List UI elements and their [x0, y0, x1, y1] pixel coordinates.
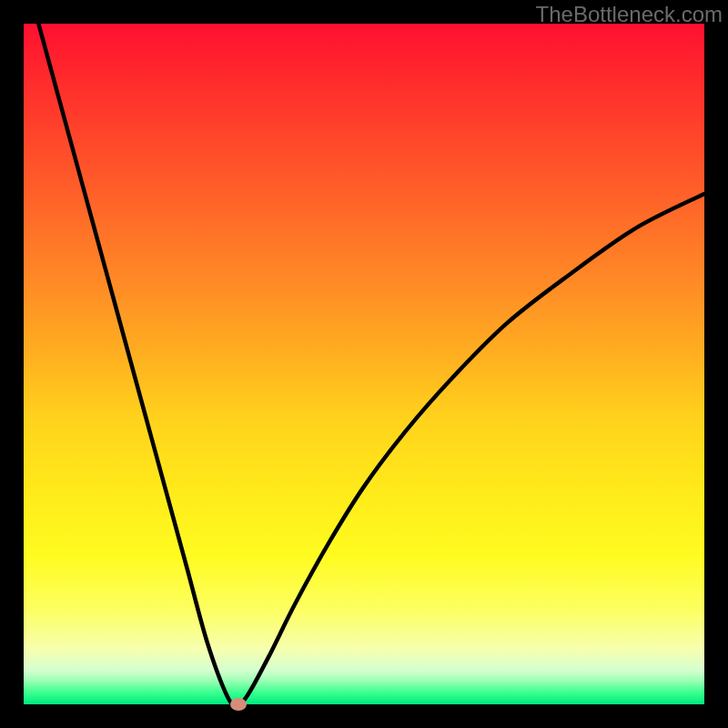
- chart-frame: TheBottleneck.com: [0, 0, 728, 728]
- watermark-text: TheBottleneck.com: [536, 2, 723, 27]
- bottleneck-curve: [24, 24, 704, 704]
- plot-area: [24, 24, 704, 704]
- optimal-point-marker: [230, 698, 247, 711]
